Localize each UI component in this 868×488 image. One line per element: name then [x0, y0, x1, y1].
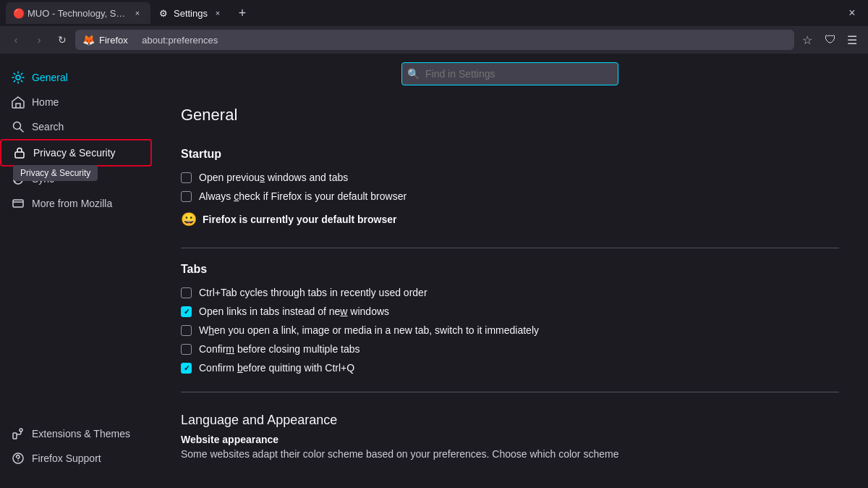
address-domain: Firefox — [99, 35, 128, 46]
sidebar-item-mozilla[interactable]: More from Mozilla — [0, 191, 152, 216]
address-favicon: 🦊 — [82, 34, 95, 46]
content-area: 🔍 General Startup Open previous windows … — [152, 54, 868, 488]
website-appearance-desc: Some websites adapt their color scheme b… — [181, 448, 839, 460]
sidebar-bottom: Extensions & Themes Firefox Support — [0, 421, 152, 476]
sidebar-label-general: General — [32, 72, 68, 83]
bookmark-button[interactable]: ☆ — [797, 30, 817, 50]
default-browser-checkbox[interactable] — [181, 191, 192, 202]
nav-bar: ‹ › ↻ 🦊 Firefox about:preferences ☆ 🛡 ☰ — [0, 26, 868, 54]
sidebar-label-mozilla: More from Mozilla — [32, 198, 112, 209]
ctrl-tab-label: Ctrl+Tab cycles through tabs in recently… — [199, 287, 427, 298]
sidebar-item-general[interactable]: General — [0, 65, 152, 90]
switch-tab-label: When you open a link, image or media in … — [199, 324, 539, 336]
forward-button[interactable]: › — [29, 30, 49, 50]
toolbar-right: 🛡 ☰ — [820, 30, 862, 50]
sync-icon — [12, 172, 25, 185]
page-title: General — [181, 88, 839, 136]
tab-muo[interactable]: 🔴 MUO - Technology, Simp × — [6, 2, 150, 24]
sidebar-item-privacy[interactable]: Privacy & Security Privacy & Security — [0, 139, 152, 167]
sidebar-top: General Home — [0, 65, 152, 421]
switch-tab-checkbox[interactable] — [181, 325, 192, 336]
open-links-row[interactable]: Open links in tabs instead of new window… — [181, 302, 839, 321]
sidebar-label-extensions: Extensions & Themes — [32, 428, 130, 439]
refresh-button[interactable]: ↻ — [52, 30, 72, 50]
confirm-close-label: Confirm before closing multiple tabs — [199, 343, 360, 355]
confirm-quit-row[interactable]: Confirm before quitting with Ctrl+Q — [181, 358, 839, 377]
lock-icon — [13, 146, 26, 159]
default-browser-emoji: 😀 — [181, 211, 197, 227]
search-bar-area: 🔍 — [152, 54, 868, 88]
website-appearance-header: Website appearance — [181, 434, 839, 445]
switch-tab-row[interactable]: When you open a link, image or media in … — [181, 321, 839, 340]
sidebar-label-support: Firefox Support — [32, 453, 101, 464]
open-links-checkbox[interactable] — [181, 306, 192, 317]
shield-icon[interactable]: 🛡 — [820, 30, 841, 50]
address-bar[interactable]: 🦊 Firefox about:preferences — [75, 30, 794, 50]
tab-settings[interactable]: ⚙ Settings × — [152, 2, 231, 24]
confirm-quit-label: Confirm before quitting with Ctrl+Q — [199, 362, 354, 374]
menu-icon[interactable]: ☰ — [842, 30, 862, 50]
confirm-close-row[interactable]: Confirm before closing multiple tabs — [181, 340, 839, 358]
tab-muo-label: MUO - Technology, Simp — [27, 8, 127, 19]
search-nav-icon — [12, 120, 25, 133]
main-content: General Home — [0, 54, 868, 488]
default-browser-text: Firefox is currently your default browse… — [203, 214, 396, 225]
sidebar-item-sync[interactable]: Sync — [0, 167, 152, 191]
sidebar-label-search: Search — [32, 121, 64, 132]
sidebar-label-home: Home — [32, 96, 59, 108]
sidebar-item-search[interactable]: Search — [0, 114, 152, 139]
open-prev-windows-checkbox[interactable] — [181, 172, 192, 183]
svg-rect-4 — [13, 433, 17, 439]
tab-bar: 🔴 MUO - Technology, Simp × ⚙ Settings × … — [0, 0, 868, 26]
sidebar-item-home[interactable]: Home — [0, 90, 152, 114]
confirm-close-checkbox[interactable] — [181, 344, 192, 355]
ctrl-tab-checkbox[interactable] — [181, 287, 192, 298]
tab-settings-close[interactable]: × — [212, 7, 224, 19]
mozilla-icon — [12, 197, 25, 210]
svg-rect-3 — [13, 200, 23, 207]
tab-muo-close[interactable]: × — [132, 7, 143, 19]
ctrl-tab-row[interactable]: Ctrl+Tab cycles through tabs in recently… — [181, 283, 839, 302]
open-links-label: Open links in tabs instead of new window… — [199, 306, 389, 317]
startup-header: Startup — [181, 148, 839, 161]
address-path: about:preferences — [142, 35, 218, 46]
tabs-divider — [181, 392, 839, 392]
default-browser-check-row[interactable]: Always check if Firefox is your default … — [181, 187, 839, 206]
find-wrapper: 🔍 — [401, 62, 618, 85]
sidebar-label-privacy: Privacy & Security — [33, 147, 116, 159]
browser-chrome: 🔴 MUO - Technology, Simp × ⚙ Settings × … — [0, 0, 868, 54]
address-separator — [134, 35, 137, 46]
tab-settings-favicon: ⚙ — [159, 8, 169, 18]
tab-muo-favicon: 🔴 — [13, 8, 23, 18]
back-button[interactable]: ‹ — [6, 30, 26, 50]
svg-point-5 — [20, 429, 22, 432]
gear-icon — [12, 71, 25, 84]
open-prev-windows-row[interactable]: Open previous windows and tabs — [181, 168, 839, 187]
settings-content: General Startup Open previous windows an… — [152, 88, 868, 488]
tabs-header: Tabs — [181, 263, 839, 276]
home-icon — [12, 96, 25, 109]
window-close-button[interactable]: × — [842, 3, 862, 23]
language-header: Language and Appearance — [181, 407, 839, 434]
sidebar-label-sync: Sync — [32, 173, 54, 185]
svg-point-0 — [16, 75, 20, 80]
find-in-settings-input[interactable] — [401, 62, 618, 85]
startup-divider — [181, 248, 839, 248]
extensions-icon — [12, 427, 25, 440]
sidebar-item-support[interactable]: Firefox Support — [0, 446, 152, 471]
default-browser-notice: 😀 Firefox is currently your default brow… — [181, 206, 839, 233]
sidebar-item-extensions[interactable]: Extensions & Themes — [0, 421, 152, 446]
confirm-quit-checkbox[interactable] — [181, 363, 192, 374]
sidebar: General Home — [0, 54, 152, 488]
svg-rect-2 — [15, 152, 24, 158]
tab-settings-label: Settings — [174, 8, 208, 19]
support-icon — [12, 452, 25, 465]
svg-point-7 — [17, 460, 19, 462]
default-browser-check-label: Always check if Firefox is your default … — [199, 190, 407, 202]
open-prev-windows-label: Open previous windows and tabs — [199, 172, 348, 183]
new-tab-button[interactable]: + — [232, 3, 252, 23]
